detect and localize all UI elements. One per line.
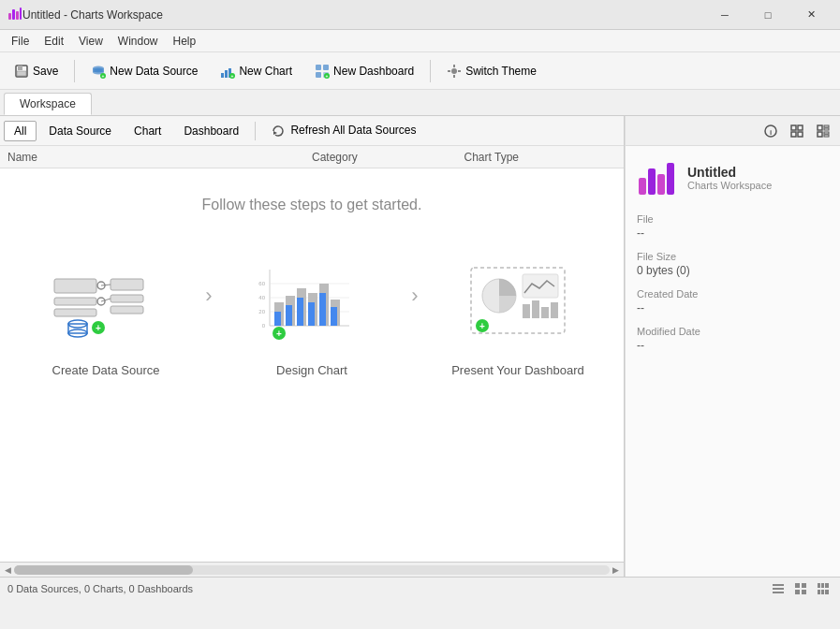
right-toolbar: i (626, 116, 840, 146)
svg-rect-21 (316, 72, 321, 78)
svg-rect-3 (20, 7, 22, 20)
filesize-label: File Size (637, 251, 829, 262)
filter-dashboard-button[interactable]: Dashboard (173, 121, 249, 141)
info-modified-section: Modified Date -- (637, 326, 829, 352)
step2-icon-area[interactable]: 0 20 40 60 (246, 251, 377, 354)
menu-view[interactable]: View (71, 33, 111, 50)
svg-rect-75 (551, 302, 558, 318)
refresh-icon (272, 124, 285, 138)
svg-rect-99 (795, 590, 800, 594)
new-dashboard-button[interactable]: + New Dashboard (304, 57, 424, 85)
step3-icon-area[interactable]: + (452, 251, 583, 354)
svg-text:i: i (770, 128, 772, 137)
svg-rect-89 (824, 135, 829, 137)
svg-marker-30 (273, 131, 277, 135)
step-present-dashboard: + Present Your Dashboard (438, 251, 597, 377)
scroll-track[interactable] (14, 565, 610, 575)
scroll-right-arrow[interactable]: ▶ (610, 565, 622, 575)
svg-rect-102 (821, 583, 824, 588)
svg-rect-63 (297, 298, 303, 326)
svg-rect-61 (274, 312, 281, 326)
filesize-value: 0 bytes (0) (637, 264, 829, 277)
svg-rect-5 (18, 66, 22, 70)
status-text: 0 Data Sources, 0 Charts, 0 Dashboards (7, 583, 193, 594)
col-name-header: Name (7, 151, 312, 164)
new-datasource-button[interactable]: + New Data Source (81, 57, 208, 85)
svg-rect-19 (316, 65, 321, 70)
svg-rect-87 (818, 132, 822, 137)
statusbar: 0 Data Sources, 0 Charts, 0 Dashboards (0, 577, 840, 599)
close-button[interactable]: ✕ (789, 0, 833, 30)
menu-file[interactable]: File (4, 33, 37, 50)
svg-rect-95 (773, 588, 784, 590)
svg-rect-106 (825, 590, 829, 594)
svg-rect-98 (802, 583, 806, 588)
svg-text:20: 20 (258, 309, 265, 314)
list-view-icon (773, 583, 784, 594)
list-icon (817, 124, 830, 138)
svg-rect-105 (821, 590, 824, 594)
step3-label: Present Your Dashboard (451, 363, 584, 377)
refresh-datasources-button[interactable]: Refresh All Data Sources (261, 120, 426, 141)
statusbar-tiles-icon[interactable] (814, 579, 833, 598)
scrollbar[interactable]: ◀ ▶ (0, 562, 624, 577)
svg-text:+: + (479, 321, 485, 331)
app-logo (637, 157, 678, 198)
svg-rect-38 (111, 306, 143, 314)
info-title: Untitled (687, 165, 772, 180)
step1-label: Create Data Source (52, 363, 160, 377)
filter-chart-button[interactable]: Chart (124, 121, 171, 141)
minimize-button[interactable]: ─ (703, 0, 746, 30)
step-design-chart: 0 20 40 60 (232, 251, 391, 377)
list-button[interactable] (812, 121, 834, 141)
svg-rect-36 (111, 279, 143, 290)
svg-text:+: + (326, 73, 329, 79)
svg-text:+: + (102, 73, 105, 79)
svg-rect-72 (523, 304, 530, 318)
scroll-thumb[interactable] (14, 565, 193, 575)
maximize-button[interactable]: □ (746, 0, 789, 30)
new-chart-button[interactable]: + New Chart (210, 57, 302, 85)
info-title-block: Untitled Charts Workspace (687, 165, 772, 191)
col-type-header: Chart Type (464, 151, 617, 164)
info-created-section: Created Date -- (637, 288, 829, 314)
statusbar-icons (769, 579, 833, 598)
info-button[interactable]: i (759, 121, 782, 141)
grid2-icon (790, 124, 803, 138)
grid2-button[interactable] (786, 121, 808, 141)
menu-edit[interactable]: Edit (37, 33, 71, 50)
app-logo-icon (7, 6, 22, 23)
grid-view-icon (795, 583, 806, 594)
right-panel: i (625, 116, 840, 577)
menu-window[interactable]: Window (111, 33, 166, 50)
menu-help[interactable]: Help (166, 33, 204, 50)
filter-datasource-button[interactable]: Data Source (38, 121, 122, 141)
svg-rect-88 (824, 132, 829, 134)
svg-rect-33 (54, 309, 96, 316)
info-filesize-section: File Size 0 bytes (0) (637, 251, 829, 277)
svg-rect-28 (448, 70, 450, 72)
design-chart-icon: 0 20 40 60 (256, 260, 368, 344)
svg-text:40: 40 (258, 295, 265, 300)
svg-rect-86 (824, 128, 829, 130)
statusbar-list-icon[interactable] (769, 579, 788, 598)
workspace-tab[interactable]: Workspace (4, 93, 92, 115)
svg-text:+: + (231, 73, 234, 79)
save-button[interactable]: Save (4, 57, 68, 85)
step1-icon-area[interactable]: + (40, 251, 171, 354)
scroll-left-arrow[interactable]: ◀ (2, 565, 14, 575)
info-file-section: File -- (637, 213, 829, 240)
statusbar-grid-icon[interactable] (791, 579, 810, 598)
svg-rect-62 (286, 305, 292, 326)
info-header: Untitled Charts Workspace (637, 157, 829, 198)
create-datasource-icon: + (50, 260, 162, 344)
switch-theme-button[interactable]: Switch Theme (436, 57, 547, 85)
svg-rect-81 (798, 125, 803, 130)
svg-rect-26 (453, 65, 455, 67)
svg-rect-14 (221, 73, 224, 78)
svg-rect-92 (657, 174, 665, 195)
arrow-1: › (185, 251, 232, 308)
filter-all-button[interactable]: All (4, 121, 37, 141)
svg-rect-91 (648, 168, 656, 195)
svg-rect-104 (818, 590, 820, 594)
